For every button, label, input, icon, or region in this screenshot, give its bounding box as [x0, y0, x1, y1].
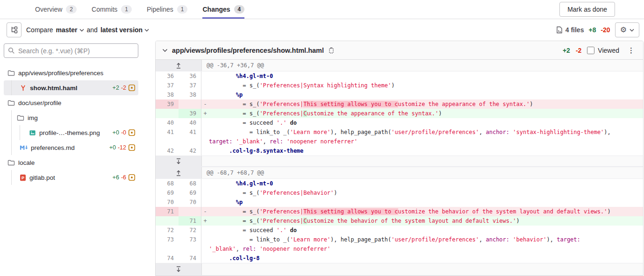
code-line: .col-lg-8 — [209, 254, 643, 263]
copy-path-icon[interactable] — [328, 47, 335, 54]
code-line: = s_('Preferences|Customize the behavior… — [209, 216, 643, 226]
diff-sign — [201, 235, 209, 254]
tab-count-badge: 1 — [121, 5, 132, 14]
old-line-number[interactable] — [156, 216, 179, 226]
mark-as-done-button[interactable]: Mark as done — [559, 2, 615, 17]
old-line-number[interactable]: 38 — [156, 90, 179, 99]
old-line-number[interactable]: 68 — [156, 179, 179, 188]
diff-sign — [201, 146, 209, 156]
old-line-number[interactable]: 71 — [156, 207, 179, 216]
diff-sign — [201, 81, 209, 90]
file-name: preferences.md — [31, 144, 75, 151]
modified-icon — [128, 84, 136, 92]
new-line-number[interactable]: 36 — [179, 71, 201, 81]
new-line-number[interactable]: 70 — [179, 198, 201, 207]
old-line-number[interactable] — [156, 109, 179, 118]
new-line-number[interactable]: 74 — [179, 254, 201, 263]
new-line-number[interactable] — [179, 207, 201, 216]
code-line: %p — [209, 90, 643, 99]
new-line-number[interactable]: 42 — [179, 146, 201, 156]
old-line-number[interactable]: 70 — [156, 198, 179, 207]
new-line-number[interactable]: 38 — [179, 90, 201, 99]
expand-up-button[interactable] — [156, 60, 202, 71]
viewed-toggle[interactable]: Viewed — [587, 47, 619, 54]
tree-folder-row[interactable]: img — [4, 110, 138, 125]
diff-sign — [201, 198, 209, 207]
expand-up-button[interactable] — [156, 167, 202, 178]
file-options-kebab-icon[interactable]: ⋮ — [625, 45, 637, 56]
hunk-header-text: @@ -36,7 +36,7 @@ — [202, 60, 643, 71]
tree-file-row[interactable]: Pgitlab.pot+6-6 — [4, 170, 138, 185]
tree-folder-row[interactable]: doc/user/profile — [4, 95, 138, 110]
target-version-dropdown[interactable]: latest version — [100, 26, 149, 34]
tab-commits[interactable]: Commits1 — [92, 0, 132, 19]
diff-settings-dropdown[interactable]: ⚙ — [615, 22, 639, 37]
new-line-number[interactable]: 40 — [179, 118, 201, 127]
gear-icon: ⚙ — [620, 26, 627, 34]
merge-request-tab-bar: Overview2Commits1Pipelines1Changes4 Mark… — [0, 0, 644, 19]
new-line-number[interactable]: 73 — [179, 235, 201, 254]
new-line-number[interactable]: 39 — [179, 109, 201, 118]
old-line-number[interactable]: 41 — [156, 127, 179, 146]
expand-down-button[interactable] — [156, 263, 202, 275]
file-name: profile-…-themes.png — [39, 129, 100, 136]
diff-file-path[interactable]: app/views/profiles/preferences/show.html… — [172, 47, 324, 54]
new-line-number[interactable]: 69 — [179, 188, 201, 198]
old-line-number[interactable]: 36 — [156, 71, 179, 81]
new-line-number[interactable]: 41 — [179, 127, 201, 146]
deletions-count: -6 — [121, 174, 126, 181]
tree-folder-row[interactable]: app/views/profiles/preferences — [4, 65, 138, 80]
folder-icon — [7, 159, 15, 166]
image-icon — [29, 129, 36, 136]
diff-rows: @@ -36,7 +36,7 @@3636 %h4.gl-mt-03737 = … — [156, 60, 643, 276]
code-line: = link_to _('Learn more'), help_page_pat… — [209, 127, 643, 146]
old-line-number[interactable]: 37 — [156, 81, 179, 90]
old-line-number[interactable]: 69 — [156, 188, 179, 198]
tab-overview[interactable]: Overview2 — [35, 0, 77, 19]
old-line-number[interactable]: 74 — [156, 254, 179, 263]
expand-down-button[interactable] — [156, 156, 202, 166]
svg-text:P: P — [21, 176, 24, 180]
file-tree-toggle-button[interactable] — [7, 22, 21, 37]
code-line: = s_('Preferences|Behavior') — [209, 188, 643, 198]
expand-lines-row — [156, 156, 643, 167]
old-line-number[interactable]: 42 — [156, 146, 179, 156]
diff-line-context: 7373 = link_to _('Learn more'), help_pag… — [156, 235, 643, 254]
tree-guide-line — [11, 110, 12, 125]
tab-pipelines[interactable]: Pipelines1 — [147, 0, 188, 19]
diff-sign — [201, 188, 209, 198]
tree-file-row[interactable]: show.html.haml+2-2 — [4, 80, 138, 95]
expand-row-spacer — [202, 263, 643, 275]
collapse-file-chevron-icon[interactable] — [162, 49, 168, 52]
diff-line-context: 4040 = succeed '.' do — [156, 118, 643, 127]
old-line-number[interactable]: 40 — [156, 118, 179, 127]
source-branch-dropdown[interactable]: master — [56, 26, 84, 34]
new-line-number[interactable]: 72 — [179, 226, 201, 235]
new-line-number[interactable]: 37 — [179, 81, 201, 90]
tab-changes[interactable]: Changes4 — [202, 0, 244, 19]
old-line-number[interactable]: 39 — [156, 99, 179, 109]
tree-file-row[interactable]: preferences.md+0-12 — [4, 140, 138, 155]
file-change-counts: +0-0 — [113, 129, 138, 136]
new-line-number[interactable]: 68 — [179, 179, 201, 188]
diff-line-context: 6868 %h4.gl-mt-0 — [156, 179, 643, 188]
tree-guide-line — [11, 125, 12, 140]
additions-count: +0 — [113, 129, 119, 136]
diff-file-card: app/views/profiles/preferences/show.html… — [155, 41, 644, 276]
tree-guide-line — [20, 125, 20, 140]
file-search-input[interactable] — [4, 43, 138, 58]
new-line-number[interactable]: 71 — [179, 216, 201, 226]
tabs-list: Overview2Commits1Pipelines1Changes4 — [35, 0, 244, 19]
viewed-checkbox[interactable] — [587, 47, 594, 54]
folder-name: locale — [18, 159, 35, 166]
diff-file-header: app/views/profiles/preferences/show.html… — [156, 41, 643, 60]
diff-sign: + — [201, 109, 209, 118]
code-line: = s_('Preferences|This setting allows yo… — [209, 99, 643, 109]
pot-icon: P — [20, 174, 26, 181]
old-line-number[interactable]: 72 — [156, 226, 179, 235]
file-tree-sidebar: app/views/profiles/preferencesshow.html.… — [0, 41, 155, 185]
new-line-number[interactable] — [179, 99, 201, 109]
old-line-number[interactable]: 73 — [156, 235, 179, 254]
tree-folder-row[interactable]: locale — [4, 155, 138, 170]
tree-file-row[interactable]: profile-…-themes.png+0-0 — [4, 125, 138, 140]
